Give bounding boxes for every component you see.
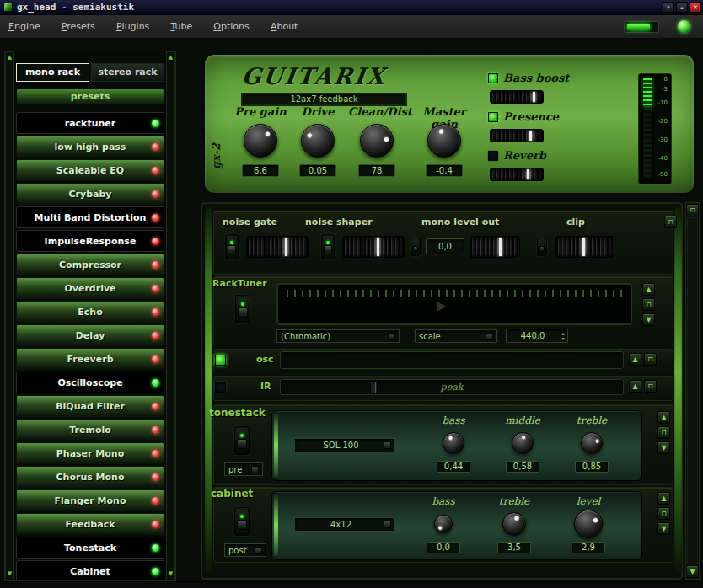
collapse-up-icon[interactable]: ▲ [657,411,670,424]
plugin-led[interactable] [152,473,159,481]
sidebar-item-feedback[interactable]: Feedback [16,513,164,535]
tonestack-treble-value[interactable]: 0,85 [575,461,609,473]
plugin-led[interactable] [152,497,159,505]
ir-checkbox[interactable] [215,382,226,393]
plugin-led[interactable] [152,426,159,434]
tonestack-treble-knob[interactable] [581,432,603,454]
collapse-up-icon[interactable]: ▲ [629,380,641,393]
sidebar-item-flanger-mono[interactable]: Flanger Mono [16,489,164,511]
sidebar-item-racktuner[interactable]: racktuner [16,112,164,134]
tuner-scale-select[interactable]: scale [415,329,497,343]
collapse-up-icon[interactable]: ▲ [629,353,641,366]
tonestack-routing-select[interactable]: pre [224,462,263,476]
bass-boost-slider[interactable] [490,90,544,104]
sidebar-item-phaser-mono[interactable]: Phaser Mono [16,442,164,464]
scroll-up-icon[interactable]: ▲ [8,55,12,61]
plugin-led[interactable] [152,403,159,410]
racktuner-toggle[interactable] [235,295,250,323]
close-button[interactable]: ✕ [690,2,701,13]
noise-shaper-toggle[interactable] [321,234,335,259]
ir-peak-slider[interactable]: peak [280,379,624,395]
menu-presets[interactable]: Presets [53,15,104,39]
cabinet-treble-value[interactable]: 3,5 [497,542,531,553]
master-gain-knob[interactable] [427,124,461,158]
clean-dist-knob[interactable] [360,124,394,158]
tuner-mode-select[interactable]: (Chromatic) [276,329,400,343]
clean-dist-value[interactable]: 78 [358,164,395,177]
sidebar-item-scaleable-eq[interactable]: Scaleable EQ [16,159,164,181]
power-orb[interactable] [678,20,690,33]
detach-pin-icon[interactable]: ⊓ [664,216,677,228]
sidebar-item-freeverb[interactable]: Freeverb [16,348,164,370]
presets-button[interactable]: presets [16,88,164,105]
collapse-up-icon[interactable]: ▲ [657,492,670,505]
pre-gain-value[interactable]: 6,6 [242,164,279,177]
noise-gate-slider[interactable] [246,236,309,258]
plugin-led[interactable] [152,332,159,339]
sidebar-item-delay[interactable]: Delay [16,324,164,346]
move-down-icon[interactable]: ▼ [642,313,655,326]
sidebar-item-echo[interactable]: Echo [16,301,164,323]
clip-toggle[interactable] [537,238,547,256]
plugin-led[interactable] [152,120,159,127]
plugin-led[interactable] [152,379,159,387]
noise-gate-toggle[interactable] [225,234,239,259]
presence-slider[interactable] [490,129,544,142]
detach-pin-icon[interactable]: ⊓ [657,426,670,439]
sidebar-scrollbar-right[interactable]: ▲ ▼ [166,51,175,580]
iconify-button[interactable]: ▾ [663,2,674,13]
plugin-led[interactable] [152,238,159,245]
sidebar-item-low-high-pass[interactable]: low high pass [16,136,164,158]
detach-pin-icon[interactable]: ⊓ [644,380,657,393]
tab-mono-rack[interactable]: mono rack [16,63,89,82]
tonestack-bass-value[interactable]: 0,44 [437,461,470,473]
tonestack-bass-knob[interactable] [443,432,464,454]
plugin-led[interactable] [152,261,159,269]
cabinet-bass-knob[interactable] [434,515,453,533]
plugin-led[interactable] [152,285,159,292]
cabinet-routing-select[interactable]: post [224,543,266,557]
pre-gain-knob[interactable] [244,124,277,158]
maximize-button[interactable]: ▴ [676,2,688,13]
spin-arrows[interactable]: ▴▾ [559,331,567,341]
plugin-led[interactable] [152,355,159,363]
tube-select[interactable]: 12ax7 feedback [241,93,407,106]
tonestack-middle-value[interactable]: 0,58 [506,461,539,473]
sidebar-item-cabinet[interactable]: Cabinet [16,560,164,580]
plugin-led[interactable] [152,167,159,174]
plugin-led[interactable] [152,190,159,198]
sidebar-item-impulseresponse[interactable]: ImpulseResponse [16,230,164,252]
reverb-checkbox[interactable] [488,151,498,161]
reverb-slider[interactable] [490,168,544,181]
menu-options[interactable]: Options [205,15,257,39]
sidebar-item-biquad-filter[interactable]: BiQuad Filter [16,395,164,417]
detach-pin-icon[interactable]: ⊓ [657,507,670,520]
scroll-down-icon[interactable]: ▼ [686,565,699,578]
plugin-led[interactable] [152,143,159,151]
menu-plugins[interactable]: Plugins [108,15,158,39]
cabinet-level-value[interactable]: 2,9 [572,542,605,553]
sidebar-item-tremolo[interactable]: Tremolo [16,419,164,441]
plugin-led[interactable] [152,214,159,222]
bass-boost-checkbox[interactable] [488,73,498,83]
sidebar-item-overdrive[interactable]: Overdrive [16,277,164,299]
detach-pin-icon[interactable]: ⊓ [642,298,655,311]
scroll-down-icon[interactable]: ▼ [169,571,173,577]
sidebar-item-chorus-mono[interactable]: Chorus Mono [16,466,164,488]
collapse-up-icon[interactable]: ▲ [642,283,655,296]
mono-level-out-toggle[interactable] [411,238,421,256]
menu-tube[interactable]: Tube [162,15,201,39]
cabinet-level-knob[interactable] [574,510,603,538]
scrollbar-track[interactable] [687,217,698,564]
sidebar-item-tonestack[interactable]: Tonestack [16,537,164,559]
tonestack-middle-knob[interactable] [512,432,534,454]
cabinet-bass-value[interactable]: 0,0 [427,542,460,553]
move-down-icon[interactable]: ▼ [657,522,670,535]
plugin-led[interactable] [152,308,159,316]
move-down-icon[interactable]: ▼ [657,441,670,454]
drive-knob[interactable] [301,124,335,158]
plugin-led[interactable] [152,521,159,528]
cabinet-model-select[interactable]: 4x12 [294,517,395,532]
detach-pin-icon[interactable]: ⊓ [644,353,657,366]
reference-pitch-spinbox[interactable]: 440,0 ▴▾ [506,329,568,343]
